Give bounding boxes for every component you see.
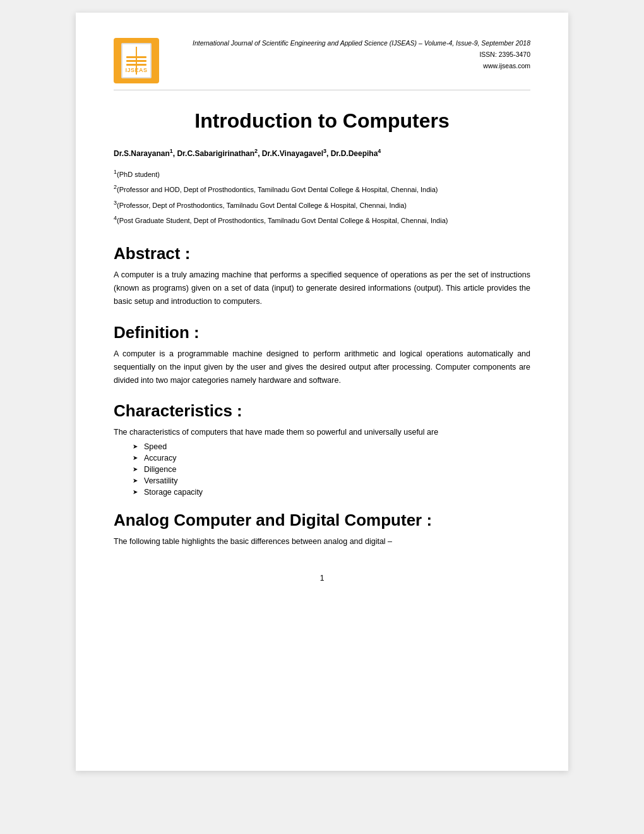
- authors-line: Dr.S.Narayanan1, Dr.C.Sabarigirinathan2,…: [114, 148, 530, 158]
- journal-line3: www.ijseas.com: [170, 61, 530, 72]
- definition-body: A computer is a programmable machine des…: [114, 348, 530, 388]
- affiliations: 1(PhD student) 2(Professor and HOD, Dept…: [114, 167, 530, 227]
- header: IJSEAS International Journal of Scientif…: [114, 38, 530, 90]
- analog-digital-title: Analog Computer and Digital Computer :: [114, 511, 530, 530]
- affiliation-4: 4(Post Graduate Student, Dept of Prostho…: [114, 213, 530, 227]
- abstract-title: Abstract :: [114, 244, 530, 263]
- logo-text: IJSEAS: [125, 67, 147, 73]
- definition-title: Definition :: [114, 323, 530, 342]
- characteristics-section: Characteristics : The characteristics of…: [114, 401, 530, 496]
- logo: IJSEAS: [114, 38, 159, 83]
- characteristics-list: Speed Accuracy Diligence Versatility Sto…: [114, 442, 530, 497]
- journal-line1: International Journal of Scientific Engi…: [170, 38, 530, 49]
- page-number: 1: [114, 574, 530, 583]
- page-title: Introduction to Computers: [114, 109, 530, 133]
- list-item: Speed: [133, 442, 530, 451]
- analog-digital-section: Analog Computer and Digital Computer : T…: [114, 511, 530, 548]
- list-item: Accuracy: [133, 454, 530, 462]
- list-item: Versatility: [133, 476, 530, 485]
- journal-line2: ISSN: 2395-3470: [170, 49, 530, 61]
- affiliation-2: 2(Professor and HOD, Dept of Prosthodont…: [114, 182, 530, 196]
- journal-info: International Journal of Scientific Engi…: [170, 38, 530, 72]
- list-item-storage-capacity: Storage capacity: [133, 488, 530, 497]
- affiliation-1: 1(PhD student): [114, 167, 530, 181]
- abstract-body: A computer is a truly amazing machine th…: [114, 269, 530, 309]
- abstract-section: Abstract : A computer is a truly amazing…: [114, 244, 530, 309]
- characteristics-title: Characteristics :: [114, 401, 530, 421]
- list-item: Diligence: [133, 465, 530, 474]
- affiliation-3: 3(Professor, Dept of Prosthodontics, Tam…: [114, 198, 530, 212]
- analog-digital-body: The following table highlights the basic…: [114, 535, 530, 548]
- definition-section: Definition : A computer is a programmabl…: [114, 323, 530, 388]
- page: IJSEAS International Journal of Scientif…: [76, 13, 568, 771]
- characteristics-intro: The characteristics of computers that ha…: [114, 426, 530, 439]
